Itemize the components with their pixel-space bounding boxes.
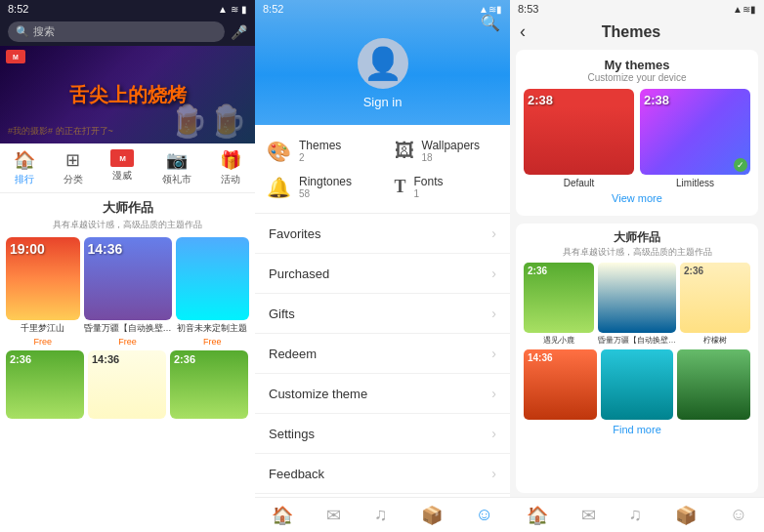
- p2-redeem-arrow: ›: [491, 346, 496, 361]
- p2-wallpapers-icon: 🖼: [395, 140, 414, 162]
- p2-menu-purchased[interactable]: Purchased ›: [255, 254, 510, 294]
- p2-menu-customize[interactable]: Customize theme ›: [255, 374, 510, 414]
- p2-search-icon[interactable]: 🔍: [481, 14, 500, 32]
- p2-battery-icon: ▲≋▮: [479, 4, 502, 15]
- p3-master-preview-0: 2:36: [524, 263, 594, 333]
- p2-bottom-nav: 🏠 ✉ ♫ 📦 ☺: [255, 497, 510, 532]
- p1-wifi-icon: ≋: [231, 4, 238, 15]
- p2-purchased-label: Purchased: [269, 266, 329, 281]
- p2-menu-settings[interactable]: Settings ›: [255, 414, 510, 454]
- p1-banner-title: 舌尖上的烧烤: [69, 82, 187, 108]
- p1-theme-price-0: Free: [6, 337, 80, 347]
- p2-wallpapers-text: Wallpapers 18: [422, 139, 481, 163]
- p3-nav-music-icon[interactable]: ♫: [629, 505, 643, 525]
- p3-bottom-nav: 🏠 ✉ ♫ 📦 ☺: [510, 497, 764, 532]
- panel-2: 8:52 ▲≋▮ 🔍 👤 Sign in 🎨 Themes 2 🖼 Wallpa…: [255, 0, 510, 532]
- p2-time: 8:52: [263, 3, 283, 15]
- p2-avatar: 👤: [358, 38, 408, 89]
- p3-view-more-button[interactable]: View more: [524, 188, 750, 208]
- p2-ringtones-item[interactable]: 🔔 Ringtones 58: [255, 169, 383, 205]
- p2-gifts-label: Gifts: [269, 307, 295, 321]
- p1-theme-card-0[interactable]: 19:00 千里梦江山 Free: [6, 237, 80, 347]
- p3-master-time-0: 2:36: [528, 266, 547, 276]
- p3-master-preview-3: 14:36: [524, 349, 597, 420]
- p3-nav-store-icon[interactable]: 📦: [675, 505, 697, 526]
- p1-theme-sm-0[interactable]: 2:36: [6, 350, 84, 419]
- p2-ringtones-label: Ringtones: [299, 175, 352, 188]
- p1-nav-marvel[interactable]: M 漫威: [110, 149, 134, 186]
- p3-check-icon: ✓: [734, 158, 747, 172]
- p1-nav-category[interactable]: ⊞ 分类: [64, 149, 83, 186]
- p1-nav-bar: 🏠 排行 ⊞ 分类 M 漫威 📷 领礼市 🎁 活动: [0, 143, 255, 193]
- p3-master-name-0: 遇见小鹿: [524, 335, 594, 346]
- p1-themes-grid2: 2:36 14:36 2:36: [0, 347, 255, 423]
- p1-nav-activity[interactable]: 🎁 活动: [220, 149, 241, 186]
- p1-theme-name-2: 初音未来定制主题: [176, 322, 250, 335]
- p3-master-card-0[interactable]: 2:36 遇见小鹿: [524, 263, 594, 346]
- p2-wallpapers-item[interactable]: 🖼 Wallpapers 18: [383, 133, 511, 169]
- p2-menu-gifts[interactable]: Gifts ›: [255, 294, 510, 334]
- p1-theme-card-1[interactable]: 14:36 昏量万疆【自动换壁… Free: [84, 237, 172, 347]
- p3-nav-profile-icon[interactable]: ☺: [730, 505, 747, 525]
- p2-menu-list: Favorites › Purchased › Gifts › Redeem ›…: [255, 214, 510, 497]
- p2-signin-button[interactable]: Sign in: [363, 95, 403, 109]
- p1-time: 8:52: [8, 3, 28, 15]
- p1-banner[interactable]: 舌尖上的烧烤 #我的摄影# 的正在打开了~ 🍺🍺 M: [0, 46, 255, 143]
- p1-theme-price-2: Free: [176, 337, 250, 347]
- p3-master-time-3: 14:36: [528, 352, 553, 363]
- p1-theme-card-2[interactable]: 初音未来定制主题 Free: [176, 237, 250, 347]
- p3-master-preview-4: [601, 349, 674, 420]
- p1-theme-time-1: 14:36: [88, 241, 123, 257]
- p1-signal-icon: ▲: [218, 4, 228, 15]
- p3-limitless-time: 2:38: [644, 93, 669, 107]
- p2-nav-profile-icon[interactable]: ☺: [476, 505, 493, 525]
- p1-theme-sm-2[interactable]: 2:36: [170, 350, 248, 419]
- p3-find-more-button[interactable]: Find more: [524, 420, 750, 439]
- p1-sm-time-0: 2:36: [10, 353, 31, 365]
- p2-menu-feedback[interactable]: Feedback ›: [255, 454, 510, 494]
- p1-mic-icon[interactable]: 🎤: [231, 24, 247, 40]
- p3-master-time-2: 2:36: [684, 266, 703, 276]
- p1-nav-ranking[interactable]: 🏠 排行: [14, 149, 35, 186]
- p2-fonts-text: Fonts 1: [414, 175, 444, 199]
- p3-master-card-5[interactable]: [677, 349, 750, 420]
- p1-marvel-label: 漫威: [112, 169, 132, 183]
- p1-nav-store[interactable]: 📷 领礼市: [162, 149, 191, 186]
- p1-ranking-icon: 🏠: [14, 149, 35, 171]
- p3-nav-mail-icon[interactable]: ✉: [581, 505, 596, 526]
- p2-menu-favorites[interactable]: Favorites ›: [255, 214, 510, 254]
- p3-master-card-2[interactable]: 2:36 柠檬树: [680, 263, 750, 346]
- p1-sm-time-2: 2:36: [174, 353, 195, 365]
- p2-ringtones-icon: 🔔: [267, 176, 291, 199]
- p3-master-preview-5: [677, 349, 750, 420]
- p2-nav-music-icon[interactable]: ♫: [374, 505, 388, 525]
- p3-default-name: Default: [564, 178, 595, 188]
- p1-marvel-badge: M: [6, 50, 25, 63]
- p3-theme-card-limitless[interactable]: 2:38 ✓ Limitless: [640, 89, 750, 188]
- p3-master-subtitle: 具有卓越设计感，高级品质的主题作品: [524, 246, 750, 259]
- panel-3: 8:53 ▲≋▮ ‹ Themes My themes Customize yo…: [510, 0, 764, 532]
- p2-fonts-item[interactable]: T Fonts 1: [383, 169, 511, 205]
- p2-menu-redeem[interactable]: Redeem ›: [255, 334, 510, 374]
- p2-themes-item[interactable]: 🎨 Themes 2: [255, 133, 383, 169]
- p3-mythemes-grid: 2:38 Default 2:38 ✓ Limitless: [524, 89, 750, 188]
- p3-back-button[interactable]: ‹: [520, 21, 526, 42]
- p2-nav-home-icon[interactable]: 🏠: [272, 505, 293, 526]
- p3-nav-home-icon[interactable]: 🏠: [527, 505, 548, 526]
- p3-battery-status: ▲≋▮: [733, 4, 756, 15]
- p3-master-card-3[interactable]: 14:36: [524, 349, 597, 420]
- p3-theme-card-default[interactable]: 2:38 Default: [524, 89, 634, 188]
- p3-master-card-1[interactable]: 昏量万疆【自动换壁…: [598, 263, 676, 346]
- p1-theme-sm-1[interactable]: 14:36: [88, 350, 166, 419]
- p1-theme-price-1: Free: [84, 337, 172, 347]
- p2-settings-arrow: ›: [491, 426, 496, 441]
- p2-nav-store-icon[interactable]: 📦: [421, 505, 443, 526]
- p3-master-grid2: 14:36: [524, 349, 750, 420]
- p1-search-input[interactable]: 🔍 搜索: [8, 21, 225, 42]
- p2-nav-mail-icon[interactable]: ✉: [326, 505, 341, 526]
- p1-category-label: 分类: [64, 173, 83, 186]
- p1-category-icon: ⊞: [65, 149, 80, 171]
- panel-1: 8:52 ▲ ≋ ▮ 🔍 搜索 🎤 舌尖上的烧烤 #我的摄影# 的正在打开了~ …: [0, 0, 255, 532]
- p2-favorites-arrow: ›: [491, 225, 496, 241]
- p3-master-card-4[interactable]: [601, 349, 674, 420]
